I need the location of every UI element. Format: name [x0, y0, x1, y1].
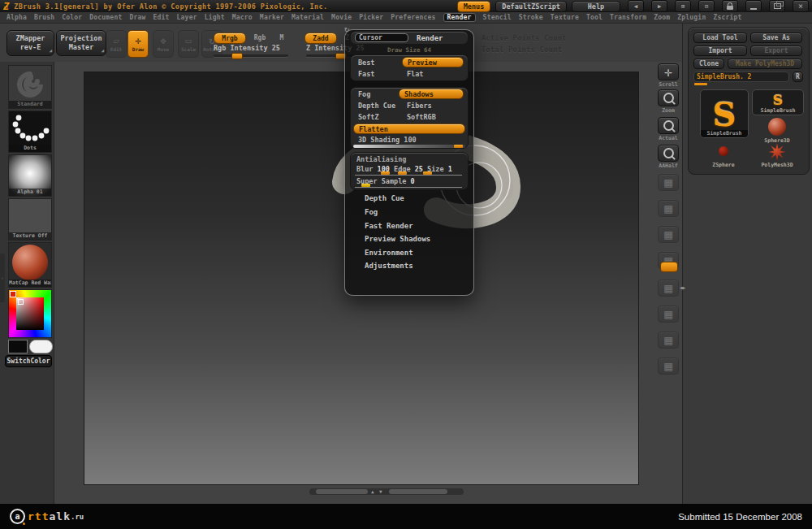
sv-selector[interactable]: [18, 299, 24, 305]
main-color-swatch[interactable]: [8, 340, 28, 353]
menu-material[interactable]: Material: [292, 14, 324, 21]
scroll-down-icon[interactable]: ▼: [379, 488, 382, 495]
fog-button[interactable]: Fog: [358, 90, 370, 98]
softrgb-button[interactable]: SoftRGB: [407, 113, 436, 121]
right-shelf-dim-button[interactable]: ▦: [657, 306, 680, 323]
current-tool-field[interactable]: SimpleBrush. 2: [693, 72, 789, 82]
menu-zoom[interactable]: Zoom: [654, 14, 670, 21]
highlighted-shelf-button[interactable]: [660, 262, 678, 272]
projection-master-button[interactable]: Projection Master ◢: [56, 30, 106, 56]
move-mode-button[interactable]: ✥ Move: [153, 30, 174, 58]
texture-thumbnail[interactable]: Texture Off: [8, 198, 52, 241]
restore-button[interactable]: [769, 0, 785, 12]
shading-slider[interactable]: [353, 145, 465, 148]
polymesh3d-tool-thumbnail[interactable]: PolyMesh3D: [752, 141, 802, 169]
edit-mode-button[interactable]: ▱ Edit: [106, 30, 127, 58]
zadd-button[interactable]: Zadd: [304, 33, 337, 44]
scrollbar-right-bar[interactable]: [389, 489, 447, 494]
right-shelf-dim-button[interactable]: ▦: [657, 332, 680, 349]
right-tray-divider[interactable]: ◀▶: [680, 284, 685, 290]
lock-button[interactable]: [722, 0, 738, 12]
section-adjustments[interactable]: Adjustments: [365, 262, 413, 270]
draw-mode-button[interactable]: ✛ Draw: [127, 30, 149, 58]
left-tray-toggle-icon[interactable]: ◀: [628, 0, 644, 12]
menu-zscript[interactable]: Zscript: [713, 14, 741, 21]
right-shelf-dim-button[interactable]: ▦: [657, 280, 680, 297]
right-shelf-dim-button[interactable]: ▦: [657, 226, 680, 243]
mrgb-button[interactable]: Mrgb: [214, 33, 246, 44]
menu-document[interactable]: Document: [89, 14, 122, 21]
menu-edit[interactable]: Edit: [153, 14, 170, 21]
actual-size-tool[interactable]: Actual: [657, 117, 680, 141]
menu-color[interactable]: Color: [62, 14, 82, 21]
import-button[interactable]: Import: [693, 46, 747, 56]
preview-button[interactable]: Preview: [402, 57, 464, 67]
menu-macro[interactable]: Macro: [232, 14, 253, 21]
super-sample-handle[interactable]: [361, 184, 370, 187]
alpha-thumbnail[interactable]: Alpha 01: [8, 154, 52, 197]
flatten-button[interactable]: Flatten: [353, 124, 465, 134]
scale-mode-button[interactable]: ▭ Scale: [178, 30, 199, 58]
default-zscript-button[interactable]: DefaultZScript: [495, 1, 567, 12]
secondary-color-swatch[interactable]: [29, 340, 53, 353]
size-slider-handle[interactable]: [423, 171, 432, 175]
menu-picker[interactable]: Picker: [359, 14, 383, 21]
selected-tool-thumbnail[interactable]: S SimpleBrush: [700, 89, 749, 138]
aahalf-tool[interactable]: AAHalf: [657, 145, 680, 169]
menu-transform[interactable]: Transform: [610, 14, 646, 21]
menus-button[interactable]: Menus: [457, 1, 491, 12]
zmapper-button[interactable]: ZMapper rev-E ◢: [6, 30, 54, 56]
right-shelf-dim-button[interactable]: ▦: [657, 200, 680, 217]
menu-zplugin[interactable]: Zplugin: [677, 14, 706, 21]
section-fast-render[interactable]: Fast Render: [365, 222, 413, 230]
help-button[interactable]: Help: [572, 1, 620, 12]
menu-light[interactable]: Light: [205, 14, 225, 21]
hue-selector[interactable]: [10, 291, 16, 297]
right-shelf-dim-button[interactable]: ▦: [657, 174, 680, 191]
flat-button[interactable]: Flat: [407, 70, 423, 78]
scroll-tool[interactable]: ✛ Scroll: [657, 63, 680, 88]
current-brush-thumbnail[interactable]: Standard: [8, 65, 52, 109]
material-thumbnail[interactable]: MatCap Red Wax: [8, 242, 52, 288]
right-tray-toggle-icon[interactable]: ▶: [651, 0, 667, 12]
m-button[interactable]: M: [276, 33, 287, 42]
menu-layer[interactable]: Layer: [177, 14, 197, 21]
right-shelf-dim-button[interactable]: ▦: [657, 358, 680, 375]
scrollbar-left-bar[interactable]: [316, 489, 368, 494]
rgb-button[interactable]: Rgb: [249, 33, 270, 42]
section-environment[interactable]: Environment: [365, 249, 413, 257]
rgb-intensity-slider[interactable]: [214, 54, 288, 57]
sphere3d-tool-thumbnail[interactable]: Sphere3D: [752, 117, 802, 145]
cursor-field[interactable]: Cursor: [355, 33, 408, 42]
shading-slider-handle[interactable]: [454, 145, 463, 148]
menu-render[interactable]: Render: [443, 13, 476, 22]
section-preview-shadows[interactable]: Preview Shadows: [365, 235, 430, 243]
menu-brush[interactable]: Brush: [34, 14, 54, 21]
softz-button[interactable]: SoftZ: [358, 113, 379, 121]
load-tool-button[interactable]: Load Tool: [693, 33, 747, 43]
arrange-right-icon[interactable]: ⊟: [698, 0, 715, 12]
color-picker[interactable]: [8, 289, 52, 338]
scroll-up-icon[interactable]: ▲: [371, 488, 374, 495]
edge-slider-handle[interactable]: [398, 171, 407, 175]
menu-stencil[interactable]: Stencil: [483, 14, 512, 21]
minimize-button[interactable]: [745, 0, 762, 12]
close-button[interactable]: ×: [793, 0, 809, 12]
clone-button[interactable]: Clone: [693, 59, 724, 69]
section-fog[interactable]: Fog: [365, 208, 378, 216]
fibers-button[interactable]: Fibers: [407, 102, 432, 110]
arrange-left-icon[interactable]: ⊞: [675, 0, 691, 12]
switch-color-button[interactable]: SwitchColor: [5, 355, 52, 367]
menu-draw[interactable]: Draw: [129, 14, 145, 21]
shadows-button[interactable]: Shadows: [399, 89, 464, 99]
menu-texture[interactable]: Texture: [551, 14, 579, 21]
fast-button[interactable]: Fast: [358, 70, 374, 78]
zoom-tool[interactable]: Zoom: [657, 89, 680, 114]
menu-tool[interactable]: Tool: [586, 14, 603, 21]
make-polymesh3d-button[interactable]: Make PolyMesh3D: [728, 59, 802, 69]
menu-marker[interactable]: Marker: [260, 14, 284, 21]
left-tray-divider[interactable]: ‹: [0, 254, 5, 302]
export-button[interactable]: Export: [750, 46, 802, 56]
zsphere-tool-thumbnail[interactable]: ZSphere: [700, 140, 747, 169]
rgb-intensity-handle[interactable]: [231, 53, 243, 59]
